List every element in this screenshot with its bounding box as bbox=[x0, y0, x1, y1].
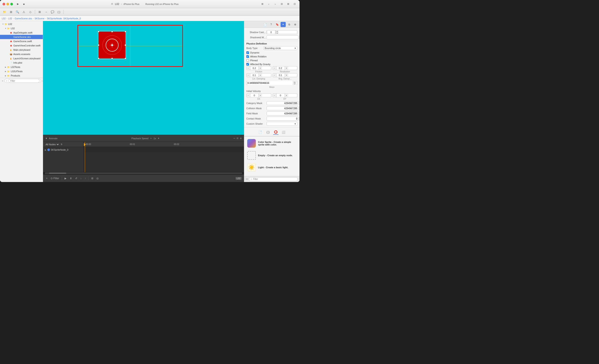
custom-shader-dropdown[interactable]: ▼ bbox=[267, 122, 297, 126]
library-item-empty[interactable]: Empty - Create an empty node. bbox=[246, 150, 298, 161]
file-add-button[interactable]: 📁 bbox=[2, 9, 7, 15]
grid-button[interactable]: ⊞ bbox=[37, 9, 42, 15]
tree-toggle-l02[interactable]: ▼ bbox=[2, 23, 4, 25]
field-mask-input[interactable] bbox=[267, 111, 299, 115]
speed-decrease-button[interactable]: − bbox=[150, 137, 152, 140]
shadowed-m-stepper[interactable]: ▲ ▼ bbox=[299, 35, 300, 39]
timeline-collapse-button[interactable]: ▼ bbox=[45, 137, 48, 140]
run-button[interactable]: ▶ bbox=[16, 2, 20, 7]
search-button[interactable]: 🔍 bbox=[15, 9, 20, 15]
speed-increase-button[interactable]: + bbox=[158, 137, 159, 140]
mass-stepper[interactable]: ▲ ▼ bbox=[293, 81, 296, 85]
dynamic-checkbox[interactable] bbox=[246, 51, 249, 54]
tab-attributes[interactable]: ✦ bbox=[281, 22, 286, 27]
tab-size[interactable]: ⧉ bbox=[287, 22, 292, 27]
breadcrumb-l02[interactable]: L02 bbox=[2, 17, 6, 20]
filter-button[interactable]: ⊙ Filter bbox=[50, 176, 60, 180]
grid-view-button[interactable]: ⊞ bbox=[260, 2, 265, 7]
sidebar-item-l02uitests[interactable]: ▶ 📁 L02UITests bbox=[0, 69, 43, 74]
tree-toggle-products[interactable]: ▶ bbox=[4, 74, 7, 77]
tab-identity[interactable]: 🔖 bbox=[274, 22, 280, 27]
nodes-filter-select[interactable]: All Nodes bbox=[45, 143, 59, 146]
add-node-button[interactable]: + bbox=[45, 176, 48, 180]
breadcrumb-skspritenode[interactable]: SKSpriteNode: SKSpriteNode_0 bbox=[47, 17, 81, 20]
play-button[interactable]: ▶ bbox=[64, 176, 67, 180]
contact-mask-input[interactable] bbox=[267, 117, 299, 120]
editor-toggle[interactable]: ⊞ bbox=[286, 2, 291, 7]
dx-plus[interactable]: + bbox=[259, 94, 262, 97]
restitution-plus[interactable]: + bbox=[285, 66, 288, 70]
handle-tm[interactable] bbox=[111, 31, 113, 33]
sidebar-item-products[interactable]: ▶ 📁 Products bbox=[0, 74, 43, 78]
sprite-selection-box[interactable] bbox=[98, 32, 125, 59]
tab-connections[interactable]: ⊕ bbox=[293, 22, 298, 27]
chat-button[interactable]: 💬 bbox=[50, 9, 55, 15]
breadcrumb-l02-2[interactable]: L02 bbox=[8, 17, 12, 20]
category-mask-stepper[interactable]: ▲ ▼ bbox=[299, 101, 300, 105]
tab-help[interactable]: ? bbox=[269, 22, 274, 27]
tab-file[interactable]: 📄 bbox=[263, 22, 268, 27]
tree-toggle-l02tests[interactable]: ▶ bbox=[4, 66, 7, 68]
sidebar-item-l02-child[interactable]: ▼ 📁 L02 bbox=[0, 26, 43, 31]
field-mask-stepper[interactable]: ▲ ▼ bbox=[299, 111, 300, 115]
dy-minus[interactable]: − bbox=[273, 94, 276, 97]
record-button[interactable]: ◎ bbox=[96, 176, 99, 180]
body-type-dropdown[interactable]: Bounding circle ▼ bbox=[264, 46, 297, 50]
arrow-button[interactable]: → bbox=[43, 9, 49, 15]
warning-button[interactable]: ⚠ bbox=[21, 9, 27, 15]
allows-rotation-checkbox[interactable] bbox=[246, 55, 249, 58]
forward-button[interactable]: › bbox=[273, 2, 278, 7]
handle-bl[interactable] bbox=[98, 58, 99, 59]
sidebar-item-l02-root[interactable]: ▼ 📁 L02 bbox=[0, 22, 43, 26]
affected-by-gravity-checkbox[interactable] bbox=[246, 63, 249, 66]
category-mask-input[interactable] bbox=[267, 101, 299, 105]
lib-tab-scene[interactable]: ⭕ bbox=[273, 130, 278, 135]
timeline-track[interactable]: 00:00 00:01 00:02 bbox=[84, 142, 244, 172]
loop-button[interactable]: ↺ bbox=[74, 176, 78, 180]
mass-up[interactable]: ▲ bbox=[293, 81, 296, 83]
pause-button[interactable]: ⏸ bbox=[69, 176, 73, 180]
dx-minus[interactable]: − bbox=[247, 94, 250, 97]
handle-tr[interactable] bbox=[124, 31, 126, 33]
stop-button[interactable]: ■ bbox=[22, 2, 26, 7]
sidebar-item-main-storyboard[interactable]: ◧ Main.storyboard bbox=[0, 48, 43, 52]
shadow-cast-down[interactable]: ▼ bbox=[276, 32, 279, 34]
handle-mr[interactable] bbox=[124, 44, 126, 46]
close-button[interactable] bbox=[3, 3, 5, 5]
lin-damping-plus[interactable]: + bbox=[259, 74, 262, 77]
sidebar-item-launchscreen[interactable]: ◧ LaunchScreen.storyboard bbox=[0, 56, 43, 61]
code-button[interactable]: { } bbox=[56, 9, 62, 15]
shadow-cast-updown[interactable]: ▲ ▼ bbox=[275, 30, 279, 34]
timeline-node-skspritenode[interactable]: ▶ SKSpriteNode_0 bbox=[43, 147, 84, 152]
inspector-toggle[interactable]: ⊡ bbox=[292, 2, 297, 7]
lib-tab-code[interactable]: { } bbox=[265, 130, 271, 135]
handle-ml[interactable] bbox=[98, 44, 99, 46]
up-keyframe-button[interactable]: ↑ bbox=[84, 176, 87, 180]
sidebar-item-gameviewcontroller[interactable]: ⬟ GameViewController.swift bbox=[0, 43, 43, 48]
tree-toggle-l02-child[interactable]: ▼ bbox=[4, 27, 7, 30]
lin-damping-minus[interactable]: − bbox=[247, 74, 250, 77]
timeline-fit-button[interactable]: = bbox=[237, 136, 238, 140]
timeline-zoom-in-button[interactable]: + bbox=[240, 136, 242, 140]
handle-tl[interactable] bbox=[98, 31, 99, 33]
library-item-color-sprite[interactable]: Color Sprite - Create a simple sprite wi… bbox=[246, 138, 298, 148]
diamond-button[interactable]: ◇ bbox=[27, 9, 33, 15]
fullscreen-button[interactable] bbox=[10, 3, 13, 5]
handle-br[interactable] bbox=[124, 58, 126, 59]
canvas-viewport[interactable] bbox=[43, 21, 244, 135]
sidebar-item-gamescene-swift[interactable]: ⬟ GameScene.swift bbox=[0, 39, 43, 43]
shadowed-m-input[interactable] bbox=[267, 35, 299, 39]
handle-bm[interactable] bbox=[111, 58, 113, 59]
scroll-track[interactable] bbox=[45, 173, 242, 174]
friction-plus[interactable]: + bbox=[259, 66, 262, 70]
contact-mask-stepper[interactable]: ▲ ▼ bbox=[299, 117, 300, 120]
collision-mask-input[interactable] bbox=[267, 106, 299, 110]
minimize-button[interactable] bbox=[7, 3, 9, 5]
dy-plus[interactable]: + bbox=[285, 94, 288, 97]
ang-damping-minus[interactable]: − bbox=[273, 74, 276, 77]
tree-toggle-l02uitests[interactable]: ▶ bbox=[4, 70, 7, 73]
inspector-filter-input[interactable] bbox=[253, 178, 296, 180]
sidebar-item-l02tests[interactable]: ▶ 📁 L02Tests bbox=[0, 65, 43, 69]
add-tab-button[interactable]: ⊞ bbox=[8, 9, 14, 15]
breadcrumb-skscene[interactable]: SKScene bbox=[35, 17, 44, 20]
